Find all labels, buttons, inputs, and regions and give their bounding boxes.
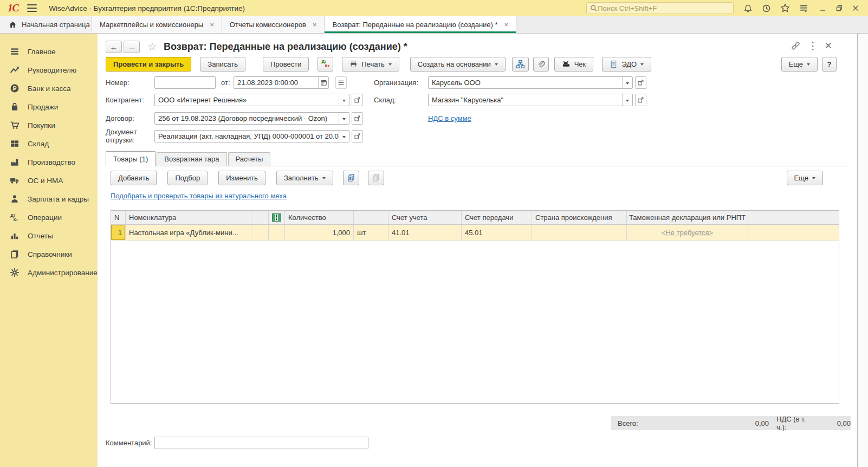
organization-field[interactable]: Карусель ООО: [428, 76, 633, 89]
tab-close-icon[interactable]: ×: [503, 21, 510, 29]
tab-close-icon[interactable]: ×: [312, 21, 318, 29]
check-receipt-button[interactable]: Чек: [554, 57, 594, 72]
create-based-on-button[interactable]: Создать на основании: [410, 57, 506, 72]
counterparty-open-button[interactable]: [352, 94, 363, 106]
tab-settlements[interactable]: Расчеты: [228, 152, 271, 166]
date-field[interactable]: 21.08.2023 0:00:00: [234, 76, 329, 89]
cell-country[interactable]: [532, 225, 627, 240]
tab-return-document[interactable]: Возврат: Переданные на реализацию (созда…: [325, 16, 516, 33]
cell-transfer-account[interactable]: 45.01: [462, 225, 532, 240]
table-more-button[interactable]: Еще: [787, 171, 823, 185]
pick-button[interactable]: Подбор: [167, 171, 208, 185]
tab-returnable-packaging[interactable]: Возвратная тара: [157, 152, 226, 166]
cell-empty[interactable]: [251, 225, 269, 240]
sidebar-item-fixed-assets[interactable]: ОС и НМА: [0, 171, 98, 190]
sidebar-item-directories[interactable]: Справочники: [0, 245, 98, 263]
post-button[interactable]: Провести: [263, 57, 309, 72]
add-row-button[interactable]: Добавить: [111, 171, 157, 185]
comment-field[interactable]: [154, 437, 368, 449]
search-input[interactable]: [598, 4, 730, 12]
print-button[interactable]: Печать: [342, 57, 399, 72]
table-row[interactable]: 1 Настольная игра «Дублик-мини... 1,000 …: [111, 225, 839, 241]
shopping-bag-icon: [10, 102, 20, 112]
link-icon[interactable]: [791, 41, 801, 51]
printer-icon: [349, 60, 358, 68]
service-menu-icon[interactable]: [799, 4, 808, 13]
tab-home[interactable]: Начальная страница: [0, 16, 92, 33]
sidebar-item-reports[interactable]: Отчеты: [0, 226, 98, 245]
tab-commission-reports[interactable]: Отчеты комиссионеров ×: [222, 16, 325, 33]
save-button[interactable]: Записать: [200, 57, 245, 72]
cell-unit[interactable]: шт: [354, 225, 388, 240]
contract-field[interactable]: 256 от 19.08.2023 (Договор посреднически…: [154, 112, 349, 125]
total-value: 0,00: [646, 419, 769, 427]
goods-table[interactable]: N Номенклатура Количество Счет учета Сче…: [111, 210, 839, 404]
cell-nomenclature[interactable]: Настольная игра «Дублик-мини...: [126, 225, 251, 240]
cell-row-number[interactable]: 1: [111, 225, 126, 240]
main-menu-icon[interactable]: [27, 4, 37, 12]
cell-account[interactable]: 41.01: [388, 225, 462, 240]
post-and-close-button[interactable]: Провести и закрыть: [106, 57, 191, 72]
edit-button[interactable]: Изменить: [218, 171, 265, 185]
warehouse-open-button[interactable]: [635, 94, 646, 106]
restore-button[interactable]: [835, 4, 843, 12]
sidebar-item-sales[interactable]: Продажи: [0, 98, 98, 116]
sidebar-item-salary-hr[interactable]: Зарплата и кадры: [0, 190, 98, 208]
number-field[interactable]: [154, 76, 216, 89]
close-form-icon[interactable]: ✕: [825, 41, 832, 50]
chevron-down-icon[interactable]: [622, 94, 632, 106]
form-more-button[interactable]: Еще: [781, 57, 818, 72]
sidebar-item-main[interactable]: Главное: [0, 42, 98, 61]
notifications-bell-icon[interactable]: [743, 4, 753, 13]
cell-filler[interactable]: [748, 225, 839, 240]
sidebar-item-administration[interactable]: Администрирование: [0, 263, 98, 282]
chevron-down-icon: [495, 63, 498, 67]
sidebar-item-operations[interactable]: ДтКт Операции: [0, 208, 98, 226]
paste-rows-button[interactable]: [368, 171, 384, 185]
sidebar-item-bank-cash[interactable]: Р Банк и касса: [0, 79, 98, 98]
fur-goods-link[interactable]: Подобрать и проверить товары из натураль…: [111, 192, 287, 200]
sidebar-item-production[interactable]: Производство: [0, 153, 98, 171]
tab-close-icon[interactable]: ×: [209, 21, 215, 29]
window-titlebar: 1С WiseAdvice - Бухгалтерия предприятия …: [0, 0, 868, 16]
history-icon[interactable]: [762, 4, 771, 13]
organization-open-button[interactable]: [635, 76, 646, 89]
help-button[interactable]: ?: [822, 57, 837, 72]
favorites-star-icon[interactable]: [780, 3, 790, 13]
global-search[interactable]: [586, 2, 734, 14]
tab-marketplaces[interactable]: Маркетплейсы и комиссионеры ×: [92, 16, 222, 33]
copy-rows-button[interactable]: [343, 171, 359, 185]
sidebar-item-manager[interactable]: Руководителю: [0, 61, 98, 79]
shipping-doc-field[interactable]: Реализация (акт, накладная, УПД) 0000-00…: [154, 130, 349, 142]
edo-button[interactable]: ЭДО: [602, 57, 651, 72]
sidebar-item-warehouse[interactable]: Склад: [0, 134, 98, 153]
favorite-star-icon[interactable]: ☆: [147, 40, 157, 53]
document-list-button[interactable]: [335, 76, 347, 89]
counterparty-field[interactable]: ООО «Интернет Решения»: [154, 94, 349, 106]
customs-not-required-link[interactable]: <Не требуется>: [662, 229, 713, 237]
cell-quantity[interactable]: 1,000: [285, 225, 354, 240]
chevron-down-icon[interactable]: [622, 77, 632, 88]
forward-button[interactable]: →: [124, 41, 140, 53]
chevron-down-icon[interactable]: [339, 94, 349, 106]
shipping-doc-open-button[interactable]: [352, 130, 363, 142]
chevron-down-icon[interactable]: [339, 131, 349, 142]
close-button[interactable]: [852, 4, 859, 12]
back-button[interactable]: ←: [106, 41, 122, 53]
contract-open-button[interactable]: [352, 112, 363, 125]
structure-button[interactable]: [512, 57, 529, 72]
sidebar-item-purchases[interactable]: Покупки: [0, 116, 98, 134]
cart-icon: [10, 120, 20, 130]
fill-button[interactable]: Заполнить: [276, 171, 333, 185]
attachments-button[interactable]: [533, 57, 549, 72]
vat-in-total-link[interactable]: НДС в сумме: [428, 112, 471, 122]
warehouse-field[interactable]: Магазин "Каруселька": [428, 94, 633, 106]
chevron-down-icon[interactable]: [339, 113, 349, 124]
cell-customs[interactable]: <Не требуется>: [627, 225, 748, 240]
tab-goods[interactable]: Товары (1): [106, 151, 156, 166]
kebab-menu-icon[interactable]: [811, 41, 814, 51]
calendar-button[interactable]: [318, 77, 328, 88]
cell-marking[interactable]: [269, 225, 285, 240]
minimize-button[interactable]: [819, 4, 827, 12]
dtkt-button[interactable]: ДтКт: [318, 57, 333, 72]
